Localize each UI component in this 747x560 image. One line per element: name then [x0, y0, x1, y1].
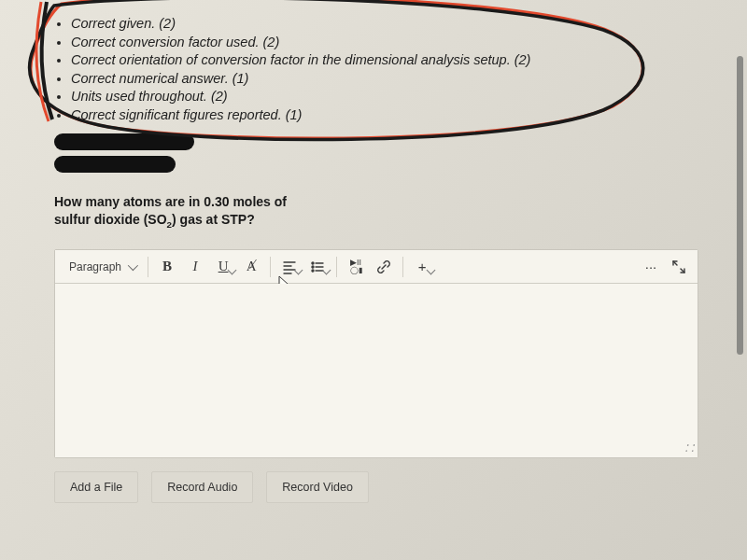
more-options-button[interactable]: ···: [638, 254, 664, 280]
redacted-block: [54, 133, 684, 173]
align-button[interactable]: [276, 254, 303, 280]
editor-textarea[interactable]: ⸬: [55, 284, 698, 457]
underline-button[interactable]: U: [210, 254, 236, 280]
list-button[interactable]: [304, 254, 331, 280]
clear-format-slash-icon: ⁄: [252, 257, 255, 273]
svg-point-6: [312, 266, 314, 268]
insert-more-button[interactable]: +: [409, 254, 435, 280]
attachment-row: Add a File Record Audio Record Video: [54, 471, 684, 503]
insert-link-button[interactable]: [371, 254, 397, 280]
question-line2-suffix: ) gas at STP?: [172, 212, 255, 227]
paragraph-style-select[interactable]: Paragraph: [61, 257, 142, 277]
clear-formatting-button[interactable]: A ⁄: [238, 254, 264, 280]
redacted-line: [54, 156, 176, 173]
italic-button[interactable]: I: [182, 254, 208, 280]
media-icon-bottom: ◯▮: [350, 267, 362, 274]
fullscreen-button[interactable]: [666, 254, 692, 280]
rubric-item: Correct conversion factor used. (2): [71, 34, 684, 52]
record-video-button[interactable]: Record Video: [266, 471, 369, 503]
question-line2-prefix: sulfur dioxide (SO: [54, 212, 167, 227]
fullscreen-icon: [671, 259, 686, 274]
question-text: How many atoms are in 0.30 moles of sulf…: [54, 193, 334, 231]
rubric-item: Correct given. (2): [71, 15, 684, 34]
rubric-item: Correct significant figures reported. (1…: [71, 106, 684, 125]
question-line1: How many atoms are in 0.30 moles of: [54, 194, 287, 209]
scrollbar-thumb[interactable]: [737, 56, 743, 355]
svg-point-8: [312, 270, 314, 272]
align-left-icon: [282, 259, 297, 274]
separator: [148, 257, 148, 277]
bold-button[interactable]: B: [154, 254, 180, 280]
resize-handle[interactable]: ⸬: [685, 441, 694, 455]
svg-point-4: [312, 262, 314, 264]
separator: [336, 257, 337, 277]
paragraph-style-label: Paragraph: [69, 260, 121, 273]
separator: [402, 257, 403, 277]
rich-text-editor: Paragraph B I U A ⁄: [54, 249, 698, 458]
rubric-list: Correct given. (2) Correct conversion fa…: [54, 15, 684, 124]
redacted-line: [54, 133, 194, 150]
chevron-down-icon: [128, 260, 138, 271]
page-scrollbar[interactable]: [735, 0, 743, 560]
rubric-item: Correct numerical answer. (1): [71, 70, 684, 89]
bullet-list-icon: [310, 259, 325, 274]
insert-media-button[interactable]: ▶II ◯▮: [343, 254, 369, 280]
record-audio-button[interactable]: Record Audio: [151, 471, 253, 503]
editor-toolbar: Paragraph B I U A ⁄: [55, 250, 698, 284]
separator: [270, 257, 271, 277]
add-file-button[interactable]: Add a File: [54, 471, 138, 503]
rubric-item: Correct orientation of conversion factor…: [71, 51, 684, 70]
rubric-item: Units used throughout. (2): [71, 88, 684, 106]
link-icon: [376, 259, 391, 274]
